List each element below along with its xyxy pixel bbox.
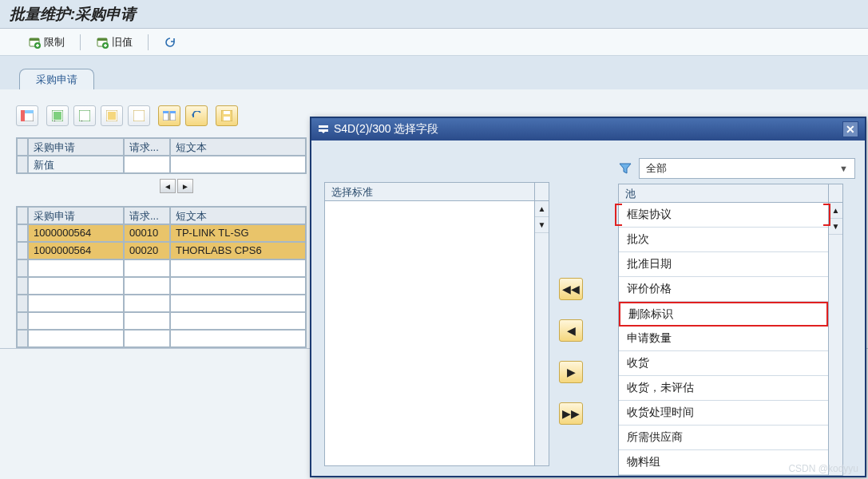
scroll-down-button[interactable]: ▼ xyxy=(535,217,549,233)
table-row[interactable] xyxy=(17,295,306,312)
pool-item[interactable]: 评价价格 xyxy=(619,277,828,302)
criteria-list[interactable] xyxy=(324,201,535,466)
row-header[interactable] xyxy=(17,277,28,295)
row-header[interactable] xyxy=(17,156,28,173)
row-header[interactable] xyxy=(17,312,28,330)
toolbar-separator xyxy=(80,34,81,50)
choose-fields-button[interactable] xyxy=(158,105,180,126)
pool-corner xyxy=(829,184,843,203)
svg-rect-10 xyxy=(54,112,61,120)
select-all-icon xyxy=(52,110,63,121)
row-header[interactable] xyxy=(17,330,28,347)
select-all-button[interactable] xyxy=(46,105,69,126)
pool-scrollbar[interactable]: ▲ ▼ xyxy=(829,203,843,476)
grid-layout-button[interactable] xyxy=(16,105,38,126)
page-title-text: 批量维护:采购申请 xyxy=(10,4,136,25)
deselect-all-button[interactable] xyxy=(73,105,96,126)
new-value-grid: 采购申请 请求... 短文本 新值 xyxy=(16,137,307,174)
table-row[interactable] xyxy=(17,277,306,295)
table-row[interactable]: 1000000564 00010 TP-LINK TL-SG xyxy=(17,224,306,242)
restrict-button[interactable]: 限制 xyxy=(22,33,70,52)
table-row[interactable] xyxy=(17,330,306,347)
grid-corner xyxy=(17,138,28,156)
pool-panel: 全部 ▼ 池 框架协议批次批准日期评价价格删除标识申请数量收货收货，未评估收货处… xyxy=(618,158,855,466)
cell-text xyxy=(170,259,306,277)
grid-corner[interactable] xyxy=(17,207,28,224)
scroll-down-button[interactable]: ▼ xyxy=(829,219,842,235)
scroll-right-button[interactable]: ► xyxy=(177,179,193,193)
svg-rect-17 xyxy=(163,111,168,113)
cell-text xyxy=(170,312,306,330)
scroll-up-button[interactable]: ▲ xyxy=(829,203,842,219)
scroll-track[interactable] xyxy=(829,235,842,475)
cell-text xyxy=(170,277,306,295)
criteria-panel: 选择标准 ▲ ▼ xyxy=(324,182,549,466)
toolbar-separator xyxy=(148,34,149,50)
page-title: 批量维护:采购申请 xyxy=(0,0,868,29)
pool-item[interactable]: 批次 xyxy=(619,228,828,252)
old-value-button[interactable]: 旧值 xyxy=(90,33,138,52)
scroll-track[interactable] xyxy=(535,233,549,465)
deselect-block-button[interactable] xyxy=(128,105,150,126)
row-header[interactable] xyxy=(17,295,28,312)
double-right-icon: ▶▶ xyxy=(562,407,580,420)
scroll-left-button[interactable]: ◄ xyxy=(160,179,176,193)
filter-dropdown[interactable]: 全部 ▼ xyxy=(639,158,855,179)
cell-item xyxy=(124,330,170,347)
cell-item xyxy=(124,277,170,295)
cell-item xyxy=(124,259,170,277)
col-purchase-req[interactable]: 采购申请 xyxy=(28,138,124,156)
row-header[interactable] xyxy=(17,224,28,242)
tab-purchase-request[interactable]: 采购申请 xyxy=(19,69,94,89)
dialog-titlebar[interactable]: S4D(2)/300 选择字段 ✕ xyxy=(311,118,865,141)
grid-layout-icon xyxy=(21,110,34,121)
col-item[interactable]: 请求... xyxy=(124,138,170,156)
pool-item[interactable]: 框架协议 xyxy=(619,203,828,228)
row-header[interactable] xyxy=(17,259,28,277)
pool-item[interactable]: 申请数量 xyxy=(619,327,828,351)
table-row[interactable] xyxy=(17,312,306,330)
main-toolbar: 限制 旧值 xyxy=(0,29,868,56)
svg-rect-14 xyxy=(133,110,145,121)
pool-item[interactable]: 收货，未评估 xyxy=(619,376,828,401)
move-left-button[interactable]: ◀ xyxy=(559,319,583,342)
col-short-text[interactable]: 短文本 xyxy=(170,207,306,224)
pool-item[interactable]: 删除标识 xyxy=(619,302,828,327)
table-row[interactable] xyxy=(17,259,306,277)
dialog-close-button[interactable]: ✕ xyxy=(842,121,858,137)
save-button[interactable] xyxy=(216,105,238,126)
row-header[interactable] xyxy=(17,242,28,259)
pool-list[interactable]: 框架协议批次批准日期评价价格删除标识申请数量收货收货，未评估收货处理时间所需供应… xyxy=(618,203,829,476)
new-value-item[interactable] xyxy=(124,156,170,173)
move-all-right-button[interactable]: ▶▶ xyxy=(559,402,583,425)
refresh-button[interactable] xyxy=(158,34,182,51)
cell-pr: 1000000564 xyxy=(28,224,124,242)
cell-text: THORLABS CPS6 xyxy=(170,242,306,259)
cell-pr xyxy=(28,295,124,312)
left-icon: ◀ xyxy=(567,324,576,337)
col-item[interactable]: 请求... xyxy=(124,207,170,224)
new-value-text[interactable] xyxy=(170,156,306,173)
table-row[interactable]: 1000000564 00020 THORLABS CPS6 xyxy=(17,242,306,259)
cell-pr xyxy=(28,330,124,347)
filter-icon[interactable] xyxy=(618,161,632,176)
close-icon: ✕ xyxy=(846,123,855,136)
old-value-label: 旧值 xyxy=(112,35,133,49)
dialog-title-text: S4D(2)/300 选择字段 xyxy=(334,122,438,137)
criteria-scrollbar[interactable]: ▲ ▼ xyxy=(535,201,549,466)
pool-item[interactable]: 收货 xyxy=(619,351,828,376)
scroll-up-button[interactable]: ▲ xyxy=(535,201,549,217)
svg-rect-8 xyxy=(25,110,34,113)
restrict-label: 限制 xyxy=(44,35,65,49)
undo-button[interactable] xyxy=(185,105,208,126)
pool-item[interactable]: 所需供应商 xyxy=(619,426,828,450)
move-all-left-button[interactable]: ◀◀ xyxy=(559,278,583,300)
move-right-button[interactable]: ▶ xyxy=(559,361,583,383)
svg-rect-11 xyxy=(79,110,90,121)
svg-rect-7 xyxy=(21,110,25,121)
pool-item[interactable]: 收货处理时间 xyxy=(619,401,828,426)
select-block-button[interactable] xyxy=(101,105,123,126)
pool-item[interactable]: 批准日期 xyxy=(619,252,828,277)
col-short-text[interactable]: 短文本 xyxy=(170,138,306,156)
col-purchase-req[interactable]: 采购申请 xyxy=(28,207,124,224)
